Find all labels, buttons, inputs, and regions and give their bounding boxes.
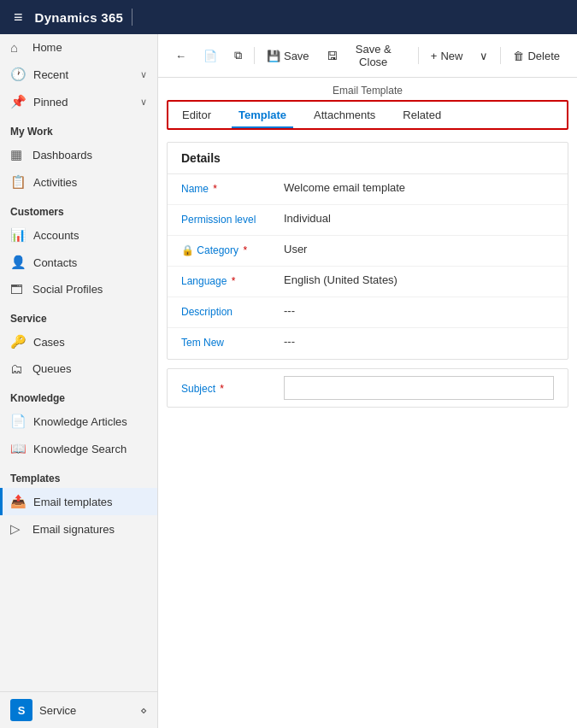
- sidebar: ⌂ Home 🕐 Recent ∨ 📌 Pinned ∨ My Work ▦ D…: [0, 34, 158, 728]
- sidebar-item-recent[interactable]: 🕐 Recent ∨: [0, 61, 157, 88]
- sidebar-item-contacts[interactable]: 👤 Contacts: [0, 249, 157, 276]
- tab-attachments[interactable]: Attachments: [300, 102, 389, 128]
- tab-editor[interactable]: Editor: [168, 102, 225, 128]
- new-button[interactable]: + New: [424, 46, 470, 66]
- field-row-description: Description ---: [168, 297, 568, 328]
- social-profiles-icon: 🗔: [10, 282, 26, 296]
- field-label-language: Language *: [181, 273, 284, 287]
- accounts-icon: 📊: [10, 227, 26, 243]
- details-section: Details Name * Welcome email template Pe…: [167, 142, 568, 360]
- field-value-name: Welcome email template: [284, 181, 405, 194]
- save-close-button[interactable]: 🖫 Save & Close: [320, 39, 413, 72]
- hamburger-icon[interactable]: ≡: [10, 5, 26, 30]
- toolbar-sep-2: [418, 47, 419, 64]
- tab-related[interactable]: Related: [389, 102, 455, 128]
- form-header-label: Email Template: [158, 78, 577, 100]
- sidebar-item-pinned[interactable]: 📌 Pinned ∨: [0, 88, 157, 115]
- delete-button[interactable]: 🗑 Delete: [506, 46, 567, 66]
- app-logo: Dynamics 365: [35, 10, 124, 25]
- category-required: *: [240, 244, 247, 256]
- field-label-permission-level: Permission level: [181, 212, 284, 226]
- save-close-icon: 🖫: [327, 50, 338, 62]
- section-label-my-work: My Work: [0, 115, 157, 141]
- sidebar-item-pinned-label: Pinned: [33, 96, 68, 109]
- back-icon: ←: [175, 50, 186, 62]
- content-area: ← 📄 ⧉ 💾 Save 🖫 Save & Close + New: [158, 34, 577, 728]
- new-icon: +: [431, 50, 438, 62]
- section-label-templates: Templates: [0, 462, 157, 488]
- topbar: ≡ Dynamics 365: [0, 0, 577, 34]
- new-window-icon: ⧉: [234, 49, 242, 62]
- sidebar-footer-arrow-icon: ⋄: [140, 704, 147, 717]
- record-icon: 📄: [203, 50, 217, 62]
- topbar-divider: [132, 9, 132, 26]
- sidebar-item-contacts-label: Contacts: [33, 256, 77, 269]
- sidebar-item-social-profiles[interactable]: 🗔 Social Profiles: [0, 276, 157, 302]
- new-window-button[interactable]: ⧉: [227, 45, 249, 66]
- tab-template[interactable]: Template: [225, 102, 300, 128]
- sidebar-item-knowledge-search[interactable]: 📖 Knowledge Search: [0, 435, 157, 462]
- field-label-category: 🔒 Category *: [181, 243, 284, 256]
- sidebar-item-accounts[interactable]: 📊 Accounts: [0, 221, 157, 249]
- details-title: Details: [168, 143, 568, 174]
- field-value-permission-level: Individual: [284, 212, 331, 225]
- field-value-tem-new: ---: [284, 335, 295, 348]
- sidebar-footer[interactable]: S Service ⋄: [0, 691, 157, 728]
- subject-required: *: [217, 383, 224, 395]
- new-dropdown-button[interactable]: ∨: [473, 46, 495, 66]
- field-label-description: Description: [181, 304, 284, 318]
- section-label-service: Service: [0, 302, 157, 328]
- activities-icon: 📋: [10, 174, 26, 190]
- save-icon: 💾: [267, 50, 280, 62]
- field-value-language: English (United States): [284, 273, 397, 286]
- dropdown-chevron-icon: ∨: [480, 50, 488, 62]
- queues-icon: 🗂: [10, 361, 26, 376]
- sidebar-item-dashboards[interactable]: ▦ Dashboards: [0, 141, 157, 168]
- email-templates-icon: 📤: [10, 494, 26, 509]
- form-area: Email Template Editor Template Attachmen…: [158, 78, 577, 728]
- home-icon: ⌂: [10, 40, 26, 55]
- section-label-customers: Customers: [0, 196, 157, 221]
- dashboards-icon: ▦: [10, 147, 26, 162]
- field-row-name: Name * Welcome email template: [168, 174, 568, 205]
- sidebar-item-cases-label: Cases: [33, 336, 65, 349]
- field-label-name: Name *: [181, 181, 284, 195]
- recent-chevron-icon: ∨: [140, 69, 147, 80]
- field-value-category: User: [284, 243, 307, 255]
- language-required: *: [228, 275, 235, 287]
- field-row-permission-level: Permission level Individual: [168, 205, 568, 236]
- field-value-description: ---: [284, 304, 295, 317]
- sidebar-item-knowledge-articles-label: Knowledge Articles: [33, 415, 127, 428]
- save-button[interactable]: 💾 Save: [260, 46, 316, 66]
- sidebar-item-activities[interactable]: 📋 Activities: [0, 168, 157, 196]
- back-button[interactable]: ←: [168, 46, 193, 66]
- subject-input[interactable]: [284, 376, 554, 400]
- contacts-icon: 👤: [10, 255, 26, 270]
- field-row-category: 🔒 Category * User: [168, 236, 568, 267]
- sidebar-item-email-templates[interactable]: 📤 Email templates: [0, 488, 157, 515]
- sidebar-item-home-label: Home: [32, 41, 62, 54]
- sidebar-item-activities-label: Activities: [33, 176, 77, 189]
- pinned-chevron-icon: ∨: [140, 97, 147, 108]
- save-close-label: Save & Close: [341, 43, 406, 68]
- subject-row: Subject *: [168, 369, 568, 407]
- field-row-language: Language * English (United States): [168, 267, 568, 297]
- name-required: *: [210, 183, 217, 195]
- sidebar-item-knowledge-articles[interactable]: 📄 Knowledge Articles: [0, 408, 157, 435]
- sidebar-item-dashboards-label: Dashboards: [32, 149, 92, 161]
- delete-icon: 🗑: [513, 50, 524, 62]
- sidebar-item-email-templates-label: Email templates: [33, 496, 112, 508]
- sidebar-item-email-signatures[interactable]: ▷ Email signatures: [0, 515, 157, 543]
- sidebar-item-knowledge-search-label: Knowledge Search: [33, 443, 127, 455]
- tabs-bar: Editor Template Attachments Related: [167, 100, 568, 130]
- record-icon-button[interactable]: 📄: [197, 46, 224, 66]
- email-signatures-icon: ▷: [10, 521, 26, 537]
- field-row-tem-new: Tem New ---: [168, 328, 568, 359]
- new-label: New: [440, 50, 462, 62]
- delete-label: Delete: [527, 50, 560, 62]
- sidebar-item-cases[interactable]: 🔑 Cases: [0, 328, 157, 355]
- cases-icon: 🔑: [10, 334, 26, 349]
- sidebar-item-queues[interactable]: 🗂 Queues: [0, 355, 157, 382]
- sidebar-item-home[interactable]: ⌂ Home: [0, 34, 157, 61]
- sidebar-nav: ⌂ Home 🕐 Recent ∨ 📌 Pinned ∨ My Work ▦ D…: [0, 34, 157, 691]
